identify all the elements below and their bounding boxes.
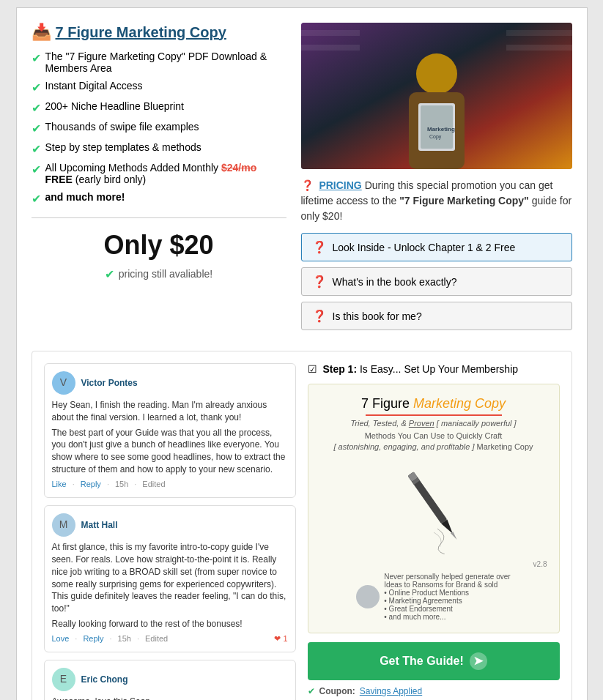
feature-3-text: 200+ Niche Headline Blueprint <box>45 100 185 112</box>
love-btn-2[interactable]: Love <box>52 633 70 644</box>
book-cover-title: 7 Figure Marketing Copy <box>320 396 547 412</box>
top-section: 📥 7 Figure Marketing Copy ✔ The "7 Figur… <box>32 23 572 336</box>
svg-text:Marketing: Marketing <box>427 126 455 133</box>
coupon-check-icon: ✔ <box>308 686 315 696</box>
check-icon-5: ✔ <box>32 142 41 156</box>
accordion-label-2: What's in the book exactly? <box>333 276 457 288</box>
cta-button[interactable]: Get The Guide! ➤ <box>308 642 560 680</box>
step-text: Is Easy... Set Up Your Membership <box>360 363 518 375</box>
accordion-btn-2[interactable]: ❓ What's in the book exactly? <box>301 267 572 296</box>
reply-1[interactable]: Reply <box>81 479 101 490</box>
time-1: 15h <box>115 479 128 490</box>
download-icon: 📥 <box>32 23 51 42</box>
testimonial-3: E Eric Chong Awesome, love this Sean I l… <box>44 660 296 700</box>
author-detail-4: • Marketing Agreements <box>384 597 510 605</box>
coupon-value: Savings Applied <box>360 686 422 696</box>
edited-1: Edited <box>142 479 165 490</box>
product-title: 7 Figure Marketing Copy <box>56 24 226 41</box>
product-image: Marketing Copy <box>301 23 572 169</box>
cta-label: Get The Guide! <box>380 655 464 668</box>
book-title-1: 7 Figure <box>361 396 413 411</box>
book-title-italic: Marketing Copy <box>413 396 506 411</box>
feature-1: ✔ The "7 Figure Marketing Copy" PDF Down… <box>32 51 286 74</box>
author-row: Never personally helped generate over Id… <box>320 573 547 621</box>
feature-5: ✔ Step by step templates & methods <box>32 141 286 156</box>
like-btn-1[interactable]: Like <box>52 479 67 490</box>
divider <box>32 217 286 218</box>
author-detail-6: • and much more... <box>384 613 510 621</box>
coupon-label: Coupon: <box>319 686 355 696</box>
testimonial-1: V Victor Pontes Hey Sean, I finish the r… <box>44 363 296 498</box>
check-icon-3: ✔ <box>32 101 41 115</box>
avatar-2: M <box>52 513 75 537</box>
book-cover: 7 Figure Marketing Copy Tried, Tested, &… <box>308 384 560 633</box>
product-image-svg: Marketing Copy <box>301 23 572 169</box>
reaction-2: ❤ 1 <box>274 633 287 644</box>
dot-1c: · <box>134 479 136 490</box>
time-2: 15h <box>118 633 131 644</box>
price-avail: ✔ pricing still avaliable! <box>32 267 286 281</box>
svg-rect-4 <box>506 45 572 51</box>
testimonial-3-text: Awesome, love this Sean I love how you o… <box>52 696 288 700</box>
product-title-row: 📥 7 Figure Marketing Copy <box>32 23 286 42</box>
accordion-icon-3: ❓ <box>312 309 327 323</box>
coupon-row: ✔ Coupon: Savings Applied <box>308 686 560 696</box>
testimonial-1-name: Victor Pontes <box>81 377 138 390</box>
dot-2b: · <box>110 633 112 644</box>
avatar-3: E <box>52 668 75 691</box>
reaction-count-2: 1 <box>283 634 287 643</box>
pricing-question-icon: ❓ <box>301 179 314 191</box>
price-section: Only $20 <box>32 230 286 261</box>
version: v2.8 <box>320 560 547 568</box>
testimonial-1-footer: Like · Reply · 15h · Edited <box>52 479 288 490</box>
pen-illustration-svg <box>397 459 470 554</box>
svg-marker-15 <box>451 532 458 540</box>
testimonial-2-header: M Matt Hall <box>52 513 288 537</box>
testimonials-column: V Victor Pontes Hey Sean, I finish the r… <box>44 363 296 700</box>
svg-text:Copy: Copy <box>429 134 442 140</box>
feature-7: ✔ and much more! <box>32 191 286 206</box>
dot-2: · <box>75 633 77 644</box>
book-column: ☑ Step 1: Is Easy... Set Up Your Members… <box>308 363 560 700</box>
svg-rect-3 <box>506 30 572 36</box>
feature-4: ✔ Thousands of swipe file examples <box>32 121 286 135</box>
check-icon-7: ✔ <box>32 192 41 206</box>
author-detail-3: • Online Product Mentions <box>384 589 510 597</box>
book-desc: Methods You Can Use to Quickly Craft [ a… <box>320 431 547 453</box>
testimonial-3-header: E Eric Chong <box>52 668 288 691</box>
right-column: Marketing Copy ❓ PRICING During this spe… <box>301 23 572 336</box>
dot-2c: · <box>137 633 139 644</box>
dot-1b: · <box>107 479 109 490</box>
pricing-label: PRICING <box>319 179 361 191</box>
dot-1: · <box>73 479 75 490</box>
testimonial-1-text: Hey Sean, I finish the reading. Man I'm … <box>52 399 288 424</box>
accordion-icon-2: ❓ <box>312 275 327 288</box>
feature-6: ✔ All Upcoming Methods Added Monthly $24… <box>32 162 286 185</box>
check-icon-1: ✔ <box>32 51 41 65</box>
feature-3: ✔ 200+ Niche Headline Blueprint <box>32 100 286 115</box>
free-label: FREE <box>45 174 73 185</box>
left-column: 📥 7 Figure Marketing Copy ✔ The "7 Figur… <box>32 23 286 336</box>
accordion-btn-1[interactable]: ❓ Look Inside - Unlock Chapter 1 & 2 Fre… <box>301 233 572 261</box>
testimonial-2: M Matt Hall At first glance, this is my … <box>44 505 296 652</box>
testimonial-3-name: Eric Chong <box>81 674 128 686</box>
step-label: Step 1: <box>322 363 357 375</box>
edited-2: Edited <box>145 633 168 644</box>
step-checkbox: ☑ <box>308 363 317 375</box>
check-icon-6: ✔ <box>32 163 41 176</box>
feature-2-text: Instant Digital Access <box>45 80 143 92</box>
testimonial-2-name: Matt Hall <box>81 519 118 532</box>
accordion-btn-3[interactable]: ❓ Is this book for me? <box>301 302 572 330</box>
bottom-section: V Victor Pontes Hey Sean, I finish the r… <box>32 351 572 700</box>
pricing-avail-text: pricing still avaliable! <box>119 268 212 280</box>
svg-rect-2 <box>301 45 360 51</box>
check-icon-4: ✔ <box>32 122 41 135</box>
price-text: Only $20 <box>32 230 286 261</box>
author-avatar <box>356 585 380 608</box>
pricing-blurb: ❓ PRICING During this special promotion … <box>301 178 572 224</box>
accordion-icon-1: ❓ <box>312 240 327 254</box>
step-header: ☑ Step 1: Is Easy... Set Up Your Members… <box>308 363 560 375</box>
testimonial-2-footer: Love · Reply · 15h · Edited ❤ 1 <box>52 633 288 644</box>
reply-2[interactable]: Reply <box>83 633 103 644</box>
feature-5-text: Step by step templates & methods <box>45 141 201 153</box>
